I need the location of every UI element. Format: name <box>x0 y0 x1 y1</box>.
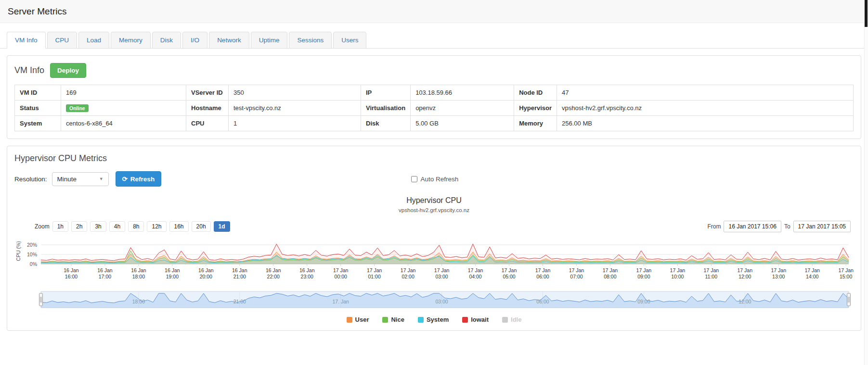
svg-text:17 Jan: 17 Jan <box>603 267 618 273</box>
field-value: 1 <box>229 116 361 131</box>
zoom-buttons: 1h2h3h4h8h12h16h20h1d <box>50 221 230 232</box>
tab-sessions[interactable]: Sessions <box>289 32 332 49</box>
svg-text:17 Jan: 17 Jan <box>401 267 416 273</box>
field-value: openvz <box>411 101 514 116</box>
field-label: Disk <box>361 116 411 131</box>
field-label: Status <box>15 101 61 116</box>
legend-symbol <box>382 317 388 323</box>
field-value: vpshost-hv2.grf.vpscity.co.nz <box>557 101 854 116</box>
svg-text:07:00: 07:00 <box>570 274 583 279</box>
legend-symbol <box>502 317 508 323</box>
auto-refresh-toggle[interactable]: Auto Refresh <box>411 176 458 183</box>
svg-text:06:00: 06:00 <box>536 274 549 279</box>
legend-item-iowait[interactable]: Iowait <box>462 316 489 323</box>
zoom-4h-button[interactable]: 4h <box>109 221 125 232</box>
svg-text:10%: 10% <box>27 252 37 257</box>
legend-symbol <box>418 317 424 323</box>
tab-uptime[interactable]: Uptime <box>251 32 288 49</box>
vm-info-table: VM ID169VServer ID350IP103.18.59.66Node … <box>14 85 854 131</box>
svg-text:20:00: 20:00 <box>200 274 212 279</box>
svg-text:05:00: 05:00 <box>503 274 515 279</box>
top-header: Server Metrics <box>0 0 868 23</box>
svg-text:11:00: 11:00 <box>705 274 718 279</box>
to-label: To <box>784 223 790 230</box>
svg-text:13:00: 13:00 <box>772 274 785 279</box>
field-value: test-vpscity.co.nz <box>229 101 361 116</box>
svg-text:17 Jan: 17 Jan <box>468 267 483 273</box>
zoom-3h-button[interactable]: 3h <box>90 221 106 232</box>
zoom-2h-button[interactable]: 2h <box>71 221 87 232</box>
zoom-16h-button[interactable]: 16h <box>169 221 189 232</box>
tab-network[interactable]: Network <box>209 32 249 49</box>
zoom-1d-button[interactable]: 1d <box>214 221 230 232</box>
svg-text:19:00: 19:00 <box>166 274 179 279</box>
svg-text:17 Jan: 17 Jan <box>771 267 786 273</box>
from-date-input[interactable]: 16 Jan 2017 15:06 <box>724 221 781 232</box>
vm-info-title: VM Info <box>14 65 44 76</box>
tab-i-o[interactable]: I/O <box>182 32 207 49</box>
svg-text:17 Jan: 17 Jan <box>804 267 820 273</box>
svg-text:17 Jan: 17 Jan <box>569 267 584 273</box>
to-date-input[interactable]: 17 Jan 2017 15:05 <box>793 221 851 232</box>
auto-refresh-label: Auto Refresh <box>420 176 458 183</box>
svg-text:17 Jan: 17 Jan <box>434 267 450 273</box>
scrollbar[interactable] <box>864 0 868 338</box>
legend-item-user[interactable]: User <box>347 316 369 323</box>
navigator-handle-left[interactable] <box>39 293 43 306</box>
legend-symbol <box>347 317 352 323</box>
chart-navigator[interactable]: 18:0021:0017. Jan03:0006:0009:0012:00 <box>14 290 854 310</box>
tab-memory[interactable]: Memory <box>111 32 151 49</box>
svg-text:0%: 0% <box>30 261 37 267</box>
legend-item-nice[interactable]: Nice <box>382 316 404 323</box>
svg-text:17 Jan: 17 Jan <box>367 267 382 273</box>
field-label: CPU <box>186 116 229 131</box>
field-label: VM ID <box>15 85 61 101</box>
field-value: 256.00 MB <box>557 116 854 131</box>
field-label: IP <box>361 85 411 101</box>
cpu-chart-plot[interactable]: 0%10%20%CPU (%)16 Jan16:0016 Jan17:0016 … <box>14 236 854 282</box>
svg-text:16 Jan: 16 Jan <box>198 267 214 273</box>
svg-text:08:00: 08:00 <box>604 274 616 279</box>
svg-text:00:00: 00:00 <box>335 274 347 279</box>
field-label: Virtualisation <box>361 101 411 116</box>
legend-label: User <box>355 316 369 323</box>
tab-disk[interactable]: Disk <box>152 32 181 49</box>
zoom-1h-button[interactable]: 1h <box>52 221 68 232</box>
from-label: From <box>707 223 721 230</box>
resolution-label: Resolution: <box>14 176 47 183</box>
refresh-button[interactable]: ⟳ Refresh <box>116 171 162 187</box>
tab-load[interactable]: Load <box>78 32 109 49</box>
svg-text:16:00: 16:00 <box>65 274 78 279</box>
field-value: 169 <box>61 85 186 101</box>
chart-legend: UserNiceSystemIowaitIdle <box>14 316 854 323</box>
dropdown-caret-icon: ▼ <box>99 176 104 181</box>
range-selector: Zoom 1h2h3h4h8h12h16h20h1d From 16 Jan 2… <box>14 221 854 232</box>
legend-item-system[interactable]: System <box>418 316 449 323</box>
svg-text:02:00: 02:00 <box>402 274 414 279</box>
tab-cpu[interactable]: CPU <box>47 32 78 49</box>
zoom-20h-button[interactable]: 20h <box>192 221 211 232</box>
legend-item-idle[interactable]: Idle <box>502 316 521 323</box>
zoom-12h-button[interactable]: 12h <box>147 221 166 232</box>
svg-text:17:00: 17:00 <box>99 274 111 279</box>
tab-vm-info[interactable]: VM Info <box>7 32 46 49</box>
tab-users[interactable]: Users <box>333 32 366 49</box>
metrics-panel-title: Hypervisor CPU Metrics <box>14 153 107 164</box>
deploy-button[interactable]: Deploy <box>50 63 86 78</box>
vm-info-panel: VM Info Deploy VM ID169VServer ID350IP10… <box>7 55 861 139</box>
field-value: 47 <box>557 85 854 101</box>
navigator-handle-right[interactable] <box>847 293 851 306</box>
table-row: StatusOnlineHostnametest-vpscity.co.nzVi… <box>15 101 854 116</box>
hypervisor-cpu-metrics-panel: Hypervisor CPU Metrics Resolution: Minut… <box>7 146 861 331</box>
zoom-8h-button[interactable]: 8h <box>128 221 144 232</box>
svg-text:17 Jan: 17 Jan <box>838 267 854 273</box>
field-value: 350 <box>229 85 361 101</box>
scrollbar-thumb[interactable] <box>865 0 868 27</box>
field-label: System <box>15 116 61 131</box>
svg-text:23:00: 23:00 <box>301 274 313 279</box>
resolution-select[interactable]: Minute ▼ <box>52 172 109 186</box>
auto-refresh-checkbox[interactable] <box>411 176 417 182</box>
svg-text:12:00: 12:00 <box>738 274 751 279</box>
field-label: Node ID <box>514 85 557 101</box>
svg-text:09:00: 09:00 <box>637 274 650 279</box>
